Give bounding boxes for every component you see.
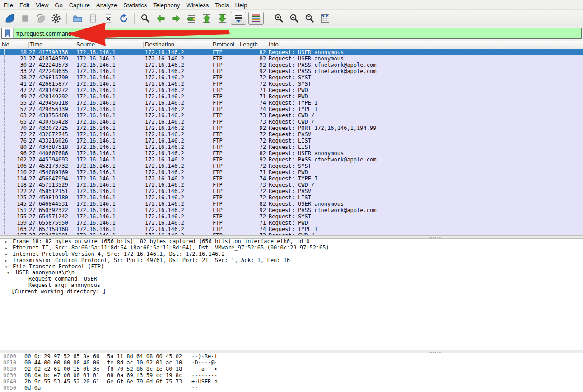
packet-row[interactable]: 7627.433216026172.16.146.1172.16.146.2FT… — [0, 138, 583, 144]
packet-row[interactable]: 12527.459819180172.16.146.1172.16.146.2F… — [0, 194, 583, 201]
expander-open-icon[interactable]: ▾ — [5, 264, 8, 270]
packet-bytes-pane[interactable]: 000000 0c 29 97 52 65 8a 665a 11 8d 64 0… — [0, 353, 583, 392]
expander-closed-icon[interactable]: ▸ — [5, 245, 8, 251]
expander-closed-icon[interactable]: ▸ — [5, 239, 8, 245]
packet-row[interactable]: 5527.429456118172.16.146.1172.16.146.2FT… — [0, 100, 583, 106]
pane-splitter-bottom[interactable]: •••••• — [0, 350, 583, 353]
column-header-protocol[interactable]: Protocol — [213, 41, 234, 48]
menu-tools[interactable]: Tools — [212, 1, 232, 9]
hex-row[interactable]: 003008 0a bc e7 00 00 01 0108 0a 69 f3 5… — [0, 372, 583, 378]
column-header-no[interactable]: No. — [2, 41, 11, 48]
packet-row[interactable]: 16727.659474201172.16.146.1172.16.146.2F… — [0, 232, 583, 235]
packet-row[interactable]: 10627.452173732172.16.146.1172.16.146.2F… — [0, 163, 583, 169]
auto-scroll-button[interactable] — [231, 12, 246, 25]
first-packet-button[interactable] — [200, 12, 213, 25]
wireshark-start-capture-button[interactable] — [3, 12, 16, 25]
packet-details-pane[interactable]: ▸Frame 18: 82 bytes on wire (656 bits), … — [0, 239, 583, 350]
find-packet-button[interactable] — [139, 12, 152, 25]
packet-row[interactable]: 4727.428149272172.16.146.1172.16.146.2FT… — [0, 87, 583, 93]
packet-row[interactable]: 8027.434387518172.16.146.1172.16.146.2FT… — [0, 144, 583, 150]
column-header-destination[interactable]: Destination — [145, 41, 174, 48]
hex-row[interactable]: 001000 44 00 00 00 00 40 06fe 8d ac 10 9… — [0, 360, 583, 366]
capture-options-button[interactable] — [49, 12, 62, 25]
detail-line[interactable]: Request command: USER — [0, 276, 583, 282]
packet-row[interactable]: 14527.646844531172.16.146.1172.16.146.2F… — [0, 201, 583, 207]
expander-open-icon[interactable]: ▾ — [7, 270, 9, 276]
packet-row[interactable]: 15127.650392322172.16.146.1172.16.146.2F… — [0, 207, 583, 213]
packet-row[interactable]: 3827.426815790172.16.146.1172.16.146.2FT… — [0, 74, 583, 81]
zoom-in-button[interactable] — [272, 12, 285, 25]
column-separator[interactable] — [28, 42, 29, 48]
packet-row[interactable]: 7027.432072725172.16.146.1172.16.146.2FT… — [0, 125, 583, 131]
detail-line[interactable]: ▸Ethernet II, Src: 8a:66:5a:11:8d:64 (8a… — [0, 245, 583, 251]
column-separator[interactable] — [267, 42, 267, 48]
open-file-button[interactable] — [71, 12, 84, 25]
packet-row[interactable]: 11027.454089169172.16.146.1172.16.146.2F… — [0, 169, 583, 175]
restart-capture-button[interactable] — [34, 12, 47, 25]
detail-line[interactable]: ▸Frame 18: 82 bytes on wire (656 bits), … — [0, 239, 583, 245]
packet-row[interactable]: 5727.429456139172.16.146.1172.16.146.2FT… — [0, 106, 583, 112]
column-header-source[interactable]: Source — [76, 41, 95, 48]
menu-telephony[interactable]: Telephony — [150, 1, 183, 9]
menu-go[interactable]: Go — [51, 1, 65, 9]
menu-help[interactable]: Help — [232, 1, 251, 9]
detail-line[interactable]: Request arg: anonymous — [0, 282, 583, 289]
next-packet-button[interactable] — [169, 12, 182, 25]
reload-file-button[interactable] — [117, 12, 130, 25]
menu-file[interactable]: File — [0, 1, 16, 9]
hex-row[interactable]: 00500d 0a·· — [0, 385, 583, 391]
previous-packet-button[interactable] — [154, 12, 167, 25]
hex-row[interactable]: 000000 0c 29 97 52 65 8a 665a 11 8d 64 0… — [0, 353, 583, 360]
packet-row[interactable]: 12227.458512151172.16.146.1172.16.146.2F… — [0, 188, 583, 194]
go-to-packet-button[interactable] — [185, 12, 198, 25]
column-separator[interactable] — [143, 42, 144, 48]
column-separator[interactable] — [238, 42, 238, 48]
column-separator[interactable] — [211, 42, 211, 48]
detail-line[interactable]: ▸Internet Protocol Version 4, Src: 172.1… — [0, 251, 583, 258]
column-header-info[interactable]: Info — [269, 41, 279, 48]
pane-splitter-top[interactable]: •••••• — [0, 235, 583, 239]
packet-row[interactable]: 3327.422248635172.16.146.1172.16.146.2FT… — [0, 68, 583, 74]
close-file-button[interactable] — [102, 12, 115, 25]
packet-row[interactable]: 7227.432072745172.16.146.1172.16.146.2FT… — [0, 131, 583, 138]
menu-wireless[interactable]: Wireless — [183, 1, 212, 9]
stop-capture-button[interactable] — [19, 12, 32, 25]
filter-bookmark-button[interactable] — [2, 28, 14, 38]
packet-row[interactable]: 9627.440607686172.16.146.1172.16.146.2FT… — [0, 150, 583, 157]
last-packet-button[interactable] — [215, 12, 229, 25]
menu-capture[interactable]: Capture — [66, 1, 93, 9]
hex-row[interactable]: 00402b 9c 55 53 45 52 20 616e 6f 6e 79 6… — [0, 378, 583, 385]
packet-row[interactable]: 4927.428149292172.16.146.1172.16.146.2FT… — [0, 93, 583, 100]
packet-row[interactable]: 15527.654571242172.16.146.1172.16.146.2F… — [0, 213, 583, 220]
packet-row[interactable]: 15927.655875950172.16.146.1172.16.146.2F… — [0, 220, 583, 226]
column-header-time[interactable]: Time — [30, 41, 42, 48]
packet-list-header[interactable]: No.TimeSourceDestinationProtocolLengthIn… — [0, 41, 583, 50]
save-file-button[interactable] — [86, 12, 99, 25]
packet-row[interactable]: 11827.457313529172.16.146.1172.16.146.2F… — [0, 182, 583, 188]
display-filter-input[interactable]: ftp.request.command — [1, 28, 582, 39]
colorize-button[interactable] — [248, 12, 264, 25]
column-separator[interactable] — [75, 42, 75, 48]
packet-list-pane[interactable]: 1827.417790136172.16.146.1172.16.146.2FT… — [0, 49, 583, 235]
packet-row[interactable]: 4127.426815877172.16.146.1172.16.146.2FT… — [0, 81, 583, 87]
detail-line[interactable]: [Current working directory: ] — [0, 289, 583, 295]
expander-closed-icon[interactable]: ▸ — [5, 251, 8, 258]
packet-row[interactable]: 6327.430755408172.16.146.1172.16.146.2FT… — [0, 112, 583, 119]
resize-columns-button[interactable] — [318, 12, 331, 25]
expander-closed-icon[interactable]: ▸ — [5, 258, 8, 264]
detail-line[interactable]: ▾USER anonymous\r\n — [0, 270, 583, 276]
packet-row[interactable]: 2127.418740599172.16.146.1172.16.146.2FT… — [0, 55, 583, 62]
menu-edit[interactable]: Edit — [16, 1, 33, 9]
menu-view[interactable]: View — [33, 1, 51, 9]
packet-row[interactable]: 10227.445394693172.16.146.1172.16.146.2F… — [0, 157, 583, 163]
packet-row[interactable]: 1827.417790136172.16.146.1172.16.146.2FT… — [0, 49, 583, 55]
packet-row[interactable]: 3027.422248573172.16.146.1172.16.146.2FT… — [0, 62, 583, 68]
detail-line[interactable]: ▸Transmission Control Protocol, Src Port… — [0, 258, 583, 264]
column-header-length[interactable]: Length — [240, 41, 258, 48]
menu-analyze[interactable]: Analyze — [93, 1, 120, 9]
detail-line[interactable]: ▾File Transfer Protocol (FTP) — [0, 264, 583, 270]
packet-row[interactable]: 11427.456047994172.16.146.1172.16.146.2F… — [0, 175, 583, 182]
zoom-original-button[interactable] — [303, 12, 316, 25]
packet-row[interactable]: 16327.657158168172.16.146.1172.16.146.2F… — [0, 226, 583, 232]
zoom-out-button[interactable] — [288, 12, 301, 25]
